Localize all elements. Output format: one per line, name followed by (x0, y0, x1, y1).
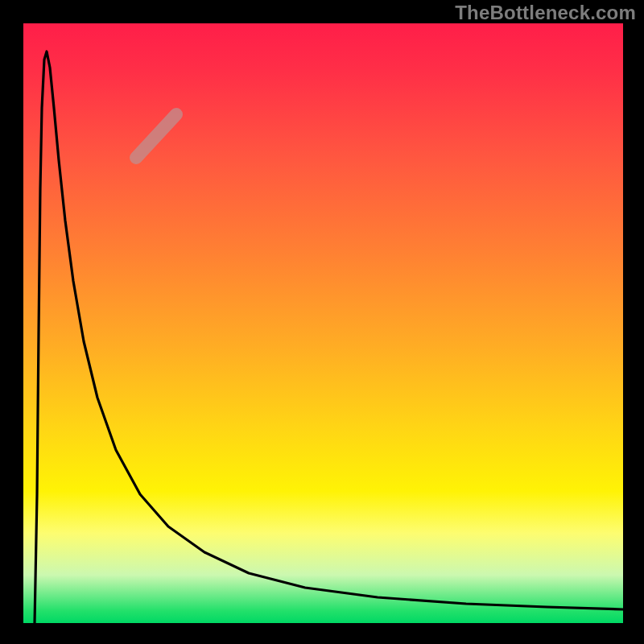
plot-area (23, 23, 623, 623)
chart-frame: TheBottleneck.com (0, 0, 644, 644)
watermark-label: TheBottleneck.com (455, 2, 636, 24)
curve-path (35, 52, 623, 623)
highlight-segment (136, 114, 176, 158)
curve-layer (23, 23, 623, 623)
